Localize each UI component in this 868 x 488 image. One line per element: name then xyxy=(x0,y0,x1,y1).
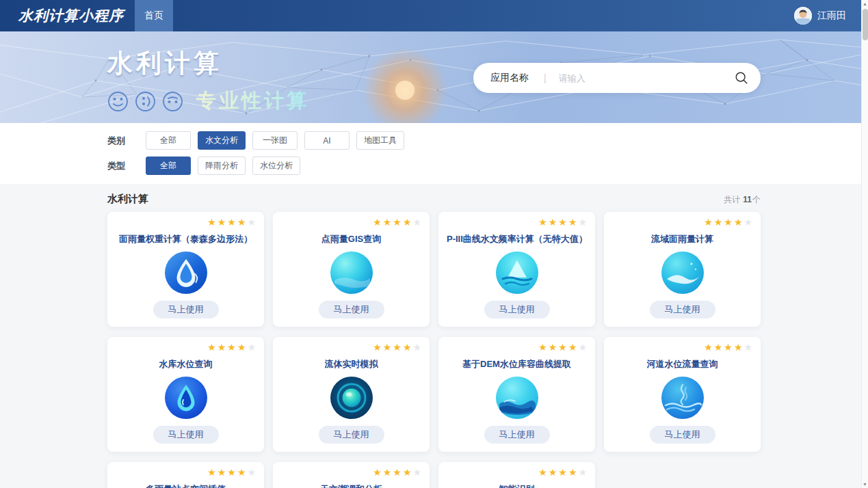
app-card[interactable]: ★★★★★ 基于DEM水位库容曲线提取 马上使用 xyxy=(438,337,595,452)
star-filled-icon: ★ xyxy=(403,467,412,477)
star-filled-icon: ★ xyxy=(237,467,246,477)
star-filled-icon: ★ xyxy=(227,467,236,477)
star-filled-icon: ★ xyxy=(207,467,216,477)
star-filled-icon: ★ xyxy=(383,342,392,352)
use-now-button[interactable]: 马上使用 xyxy=(484,426,550,444)
filter-row: 类别全部水文分析一张图AI地图工具 xyxy=(107,131,761,150)
search-type-select[interactable]: 应用名称 xyxy=(490,72,529,84)
filter-option-1-水位分析[interactable]: 水位分析 xyxy=(252,157,300,175)
star-filled-icon: ★ xyxy=(237,342,246,352)
use-now-button[interactable]: 马上使用 xyxy=(153,301,219,318)
count-unit: 个 xyxy=(752,195,761,204)
total-count: 共计 11个 xyxy=(724,194,761,206)
star-filled-icon: ★ xyxy=(373,467,382,477)
star-empty-icon: ★ xyxy=(578,342,587,352)
scrollbar-up-icon[interactable]: ▲ xyxy=(862,1,868,6)
star-empty-icon: ★ xyxy=(247,217,256,227)
hero-subtitle: 专业性计算 xyxy=(196,87,309,115)
star-filled-icon: ★ xyxy=(218,342,226,352)
filter-option-0-一张图[interactable]: 一张图 xyxy=(252,131,298,150)
use-now-button[interactable]: 马上使用 xyxy=(319,426,384,444)
rating-stars: ★★★★★ xyxy=(704,217,752,227)
rating-stars: ★★★★★ xyxy=(373,217,421,227)
app-title: 流体实时模拟 xyxy=(325,358,378,370)
search-input[interactable] xyxy=(559,73,735,83)
basin-wave-icon xyxy=(661,252,704,294)
rating-stars: ★★★★★ xyxy=(373,342,421,352)
rating-stars: ★★★★★ xyxy=(538,217,587,227)
filter-options: 全部水文分析一张图AI地图工具 xyxy=(146,131,404,150)
star-filled-icon: ★ xyxy=(549,217,557,227)
smiley-calm-icon xyxy=(162,91,183,112)
star-filled-icon: ★ xyxy=(549,342,557,352)
star-empty-icon: ★ xyxy=(412,342,421,352)
star-empty-icon: ★ xyxy=(744,342,752,352)
star-filled-icon: ★ xyxy=(207,342,216,352)
fluid-orb-icon xyxy=(330,377,373,419)
app-card[interactable]: ★★★★★ 点雨量GIS查询 马上使用 xyxy=(273,212,430,327)
app-card[interactable]: ★★★★★ 面雨量权重计算（泰森多边形法） 马上使用 xyxy=(107,212,264,327)
star-filled-icon: ★ xyxy=(558,467,567,477)
app-title: 天文潮调和分析 xyxy=(320,483,382,488)
filter-label: 类别 xyxy=(107,135,146,147)
filter-option-1-降雨分析[interactable]: 降雨分析 xyxy=(198,157,246,175)
app-title: 点雨量GIS查询 xyxy=(321,233,381,245)
search-icon[interactable] xyxy=(735,71,748,85)
rating-stars: ★★★★★ xyxy=(207,467,256,477)
star-filled-icon: ★ xyxy=(393,342,402,352)
search-bar: 应用名称 | xyxy=(473,63,761,93)
count-label: 共计 xyxy=(724,195,740,204)
rating-stars: ★★★★★ xyxy=(207,342,256,352)
use-now-button[interactable]: 马上使用 xyxy=(319,301,384,318)
navbar: 水利计算小程序 首页 江雨田 xyxy=(0,0,868,31)
avatar-photo-icon xyxy=(794,7,812,25)
star-filled-icon: ★ xyxy=(714,342,723,352)
use-now-button[interactable]: 马上使用 xyxy=(153,426,219,444)
app-title: 基于DEM水位库容曲线提取 xyxy=(462,358,571,370)
star-filled-icon: ★ xyxy=(218,467,226,477)
filter-options: 全部降雨分析水位分析 xyxy=(146,157,300,175)
filter-option-0-AI[interactable]: AI xyxy=(304,131,350,150)
app-title: 智能识别 xyxy=(499,483,535,488)
user-avatar[interactable] xyxy=(794,7,812,25)
star-empty-icon: ★ xyxy=(412,467,421,477)
search-divider: | xyxy=(544,72,547,83)
gis-globe-icon xyxy=(330,252,373,294)
star-empty-icon: ★ xyxy=(744,217,752,227)
star-filled-icon: ★ xyxy=(724,217,733,227)
star-filled-icon: ★ xyxy=(704,342,713,352)
scrollbar[interactable]: ▲ ▼ xyxy=(861,0,868,488)
app-card[interactable]: ★★★★★ 多雨量站点空间插值 马上使用 xyxy=(107,462,264,488)
use-now-button[interactable]: 马上使用 xyxy=(650,426,715,444)
scrollbar-thumb[interactable] xyxy=(863,9,868,40)
reservoir-drop-icon xyxy=(165,377,207,419)
filter-option-0-水文分析[interactable]: 水文分析 xyxy=(198,131,246,150)
star-filled-icon: ★ xyxy=(734,342,743,352)
frequency-curve-water-icon xyxy=(496,252,538,294)
count-value: 11 xyxy=(742,195,752,204)
star-filled-icon: ★ xyxy=(724,342,733,352)
filter-option-0-地图工具[interactable]: 地图工具 xyxy=(356,131,404,150)
app-card[interactable]: ★★★★★ 水库水位查询 马上使用 xyxy=(107,337,264,452)
app-card[interactable]: ★★★★★ 河道水位流量查询 马上使用 xyxy=(604,337,761,452)
filter-option-1-全部[interactable]: 全部 xyxy=(146,157,191,175)
scrollbar-down-icon[interactable]: ▼ xyxy=(862,482,868,487)
app-grid: ★★★★★ 面雨量权重计算（泰森多边形法） 马上使用 ★★★★★ 点雨量GIS查… xyxy=(107,212,761,488)
use-now-button[interactable]: 马上使用 xyxy=(650,301,715,318)
app-card[interactable]: ★★★★★ 天文潮调和分析 马上使用 xyxy=(273,462,430,488)
content-area: 水利计算 共计 11个 ★★★★★ 面雨量权重计算（泰森多边形法） 马上使用 ★… xyxy=(0,184,868,488)
star-empty-icon: ★ xyxy=(578,217,587,227)
app-card[interactable]: ★★★★★ 流体实时模拟 马上使用 xyxy=(273,337,430,452)
app-title: 流域面雨量计算 xyxy=(651,233,713,245)
app-card[interactable]: ★★★★★ P-III曲线水文频率计算（无特大值） 马上使用 xyxy=(438,212,595,327)
filter-option-0-全部[interactable]: 全部 xyxy=(146,131,191,150)
app-title: 水库水位查询 xyxy=(159,358,213,370)
app-card[interactable]: ★★★★★ 智能识别 马上使用 xyxy=(438,462,595,488)
star-empty-icon: ★ xyxy=(412,217,421,227)
user-menu[interactable]: 江雨田 xyxy=(794,0,856,31)
river-flow-icon xyxy=(661,377,704,419)
app-card[interactable]: ★★★★★ 流域面雨量计算 马上使用 xyxy=(604,212,761,327)
nav-tab-home[interactable]: 首页 xyxy=(135,0,173,31)
star-filled-icon: ★ xyxy=(538,342,547,352)
use-now-button[interactable]: 马上使用 xyxy=(484,301,550,318)
